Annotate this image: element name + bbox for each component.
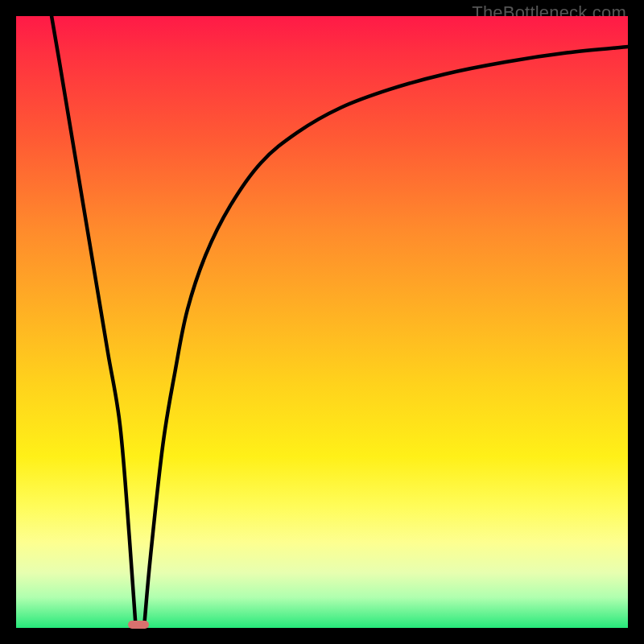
- curve-layer: [16, 16, 628, 628]
- plot-area: [16, 16, 628, 628]
- chart-container: TheBottleneck.com: [0, 0, 644, 644]
- bottleneck-marker: [128, 621, 150, 629]
- curve-left-descent: [52, 16, 135, 621]
- curve-right-ascent: [145, 47, 628, 621]
